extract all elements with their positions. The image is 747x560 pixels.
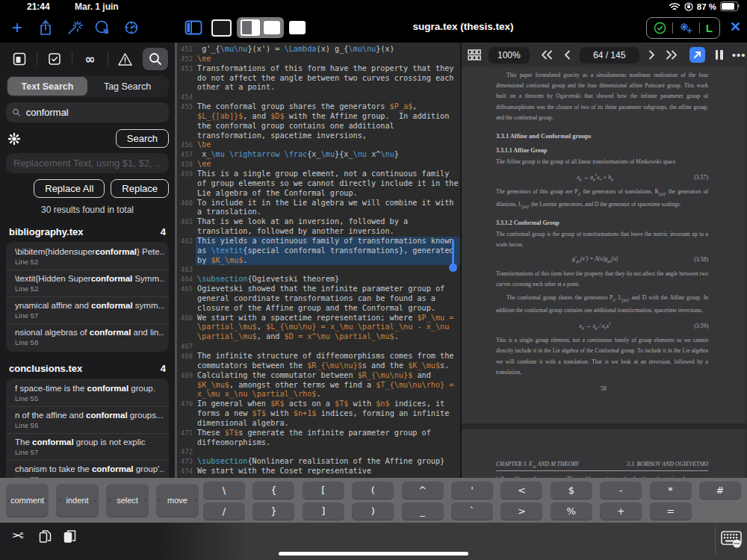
action-key-comment[interactable]: ◂comment▸ (6, 484, 49, 517)
selection-handle-dot[interactable] (449, 264, 457, 272)
symbol-key[interactable]: \ (203, 482, 245, 499)
close-icon[interactable]: ✕ (730, 19, 741, 35)
code-row[interactable]: 471These $T$s generate the infinite para… (177, 429, 460, 438)
code-row[interactable]: 472 (177, 447, 460, 457)
search-result-item[interactable]: ynamical affine and conformal symm...Lin… (6, 296, 169, 323)
code-row[interactable]: 451 g'_{\mu\nu}(x') = \Lambda(x) g_{\mu\… (177, 45, 460, 55)
compile-settings-icon[interactable] (122, 18, 141, 37)
theme-dark-button[interactable] (211, 19, 232, 37)
code-row[interactable]: 460To include it in the Lie algebra we w… (177, 199, 460, 208)
tab-tag-search[interactable]: Tag Search (87, 77, 167, 96)
code-row[interactable]: $L_{[ab]}$, and $D$ with the Affine grou… (177, 112, 460, 122)
code-row[interactable]: of group elements so we cannot directly … (177, 179, 460, 189)
zoom-level-button[interactable]: 100% (489, 47, 530, 63)
share-icon[interactable] (36, 18, 55, 37)
search-result-item[interactable]: The conformal group is not explicLine 57 (6, 433, 169, 460)
action-key-select[interactable]: ◂select▸ (106, 484, 149, 517)
search-options-gear-icon[interactable] (7, 132, 21, 146)
code-row[interactable]: 459This is a single group element, not a… (177, 169, 460, 179)
warnings-icon[interactable] (113, 48, 138, 70)
code-row[interactable]: 458\ee (177, 160, 460, 169)
code-editor[interactable]: 451 g'_{\mu\nu}(x') = \Lambda(x) g_{\mu\… (177, 43, 462, 478)
code-row[interactable]: diffeomorphisms. (177, 438, 460, 448)
code-row[interactable]: 473\subsection{Nonlinear realisation of … (177, 457, 460, 467)
symbol-key[interactable]: < (500, 482, 542, 499)
tab-text-search[interactable]: Text Search (7, 77, 87, 96)
symbol-key[interactable]: ' (451, 482, 493, 499)
code-row[interactable]: closure of the Affine group and the Conf… (177, 304, 460, 314)
symbol-key[interactable]: * (650, 482, 692, 499)
search-button[interactable]: Search (116, 129, 169, 148)
symbol-key[interactable]: } (252, 503, 294, 520)
theme-split-button[interactable] (237, 17, 284, 38)
infinity-icon[interactable]: ∞ (78, 48, 103, 70)
open-external-icon[interactable] (689, 47, 705, 63)
code-row[interactable]: a translation. (177, 208, 460, 217)
code-row[interactable]: other at a point. (177, 83, 460, 93)
cut-icon[interactable]: ✂ (12, 527, 24, 544)
search-result-item[interactable]: \bibitem{hiddensuperconformal} Pete...Li… (6, 243, 169, 270)
code-row[interactable]: 452\ee (177, 55, 460, 64)
thumbnails-icon[interactable] (468, 49, 481, 60)
pdf-page-65[interactable]: CHAPTER 3. E11 AND M THEORY 3.3. BORISOV… (462, 429, 746, 478)
symbol-key[interactable]: + (600, 503, 642, 520)
last-page-icon[interactable] (666, 50, 678, 60)
page-indicator[interactable]: 64 / 145 (580, 47, 639, 63)
symbol-key[interactable]: _ (402, 503, 444, 520)
copy-icon[interactable] (39, 529, 52, 544)
symbol-key[interactable]: $ (551, 482, 592, 499)
prev-page-icon[interactable] (563, 50, 571, 60)
code-row[interactable]: 467 (177, 342, 460, 352)
code-row[interactable]: 454 (177, 93, 460, 102)
home-indicator[interactable] (279, 552, 468, 556)
code-row[interactable]: 464\subsection{Ogievetski theorem} (177, 275, 460, 284)
code-row[interactable]: 461That is we look at an inversion, foll… (177, 217, 460, 227)
symbol-key[interactable]: ) (352, 503, 394, 520)
symbol-key[interactable]: / (203, 503, 245, 520)
code-row[interactable]: 470In general when $K$ acts on a $T$ wit… (177, 399, 460, 409)
search-result-item[interactable]: f space-time is the conformal group.Line… (6, 380, 169, 406)
replace-button[interactable]: Replace (111, 179, 169, 198)
symbol-key[interactable]: % (551, 503, 592, 520)
code-row[interactable]: Lie algebra of the Conformal group. (177, 189, 460, 199)
wand-icon[interactable] (65, 18, 84, 37)
search-result-item[interactable]: \textit{Hidden Superconformal Symm...Lin… (6, 270, 169, 296)
code-row[interactable]: transformation, spacetime inversions, (177, 131, 460, 141)
search-icon[interactable] (143, 48, 168, 70)
code-row[interactable]: general coordinate transformations can b… (177, 294, 460, 304)
action-key-indent[interactable]: ◂indent▸ (56, 484, 99, 517)
code-row[interactable]: \partial_\mu$, $L_{\mu\nu} = x_\mu \part… (177, 323, 460, 332)
symbol-key[interactable]: [ (303, 482, 344, 499)
search-result-item[interactable]: nsional algebras of conformal and lin...… (6, 323, 169, 350)
paste-icon[interactable] (63, 529, 76, 544)
symbol-key[interactable]: ] (303, 503, 344, 520)
code-row[interactable]: 466We start with a spacetime representat… (177, 314, 460, 323)
code-row[interactable]: 465Ogievetski showed that the infinite p… (177, 284, 460, 294)
replacement-input[interactable] (12, 157, 163, 169)
search-result-item[interactable]: chanism to take the conformal group'...L… (6, 460, 169, 478)
code-row[interactable]: translation, followed by another inversi… (177, 227, 460, 237)
symbol-key[interactable]: > (500, 503, 542, 520)
pdf-page-64[interactable]: This paper formulated gravity as a simul… (462, 67, 746, 423)
code-row[interactable]: forms a new $T$ with $n+1$ indices, form… (177, 409, 460, 419)
symbol-key[interactable]: = (650, 503, 692, 520)
code-row[interactable]: 457 x_\mu \rightarrow \frac{x_\mu}{x_\nu… (177, 150, 460, 160)
add-icon[interactable]: + (7, 18, 27, 37)
more-options-icon[interactable]: ••• (732, 49, 746, 61)
next-page-icon[interactable] (648, 50, 656, 60)
code-row[interactable]: do not affect the angle between two curv… (177, 74, 460, 84)
code-row[interactable]: 463 (177, 265, 460, 275)
first-page-icon[interactable] (540, 50, 553, 60)
code-row[interactable]: $K_\mu$, amongst other terms we find a $… (177, 381, 460, 391)
code-row[interactable]: 455The conformal group shares the genera… (177, 102, 460, 112)
code-row[interactable]: 453Transformations of this form have the… (177, 64, 460, 74)
code-row[interactable]: 462This yields a continuous family of tr… (177, 237, 460, 246)
search-field[interactable] (6, 102, 169, 122)
symbol-key[interactable]: ` (451, 503, 493, 520)
code-row[interactable]: the conformal group contains one additio… (177, 122, 460, 131)
code-row[interactable]: by $K_\mu$. (177, 256, 460, 266)
symbol-key[interactable]: # (699, 482, 741, 499)
code-row[interactable]: 469Calculating the commutator between $R… (177, 371, 460, 381)
todo-icon[interactable] (42, 48, 67, 70)
replace-all-button[interactable]: Replace All (34, 179, 105, 198)
